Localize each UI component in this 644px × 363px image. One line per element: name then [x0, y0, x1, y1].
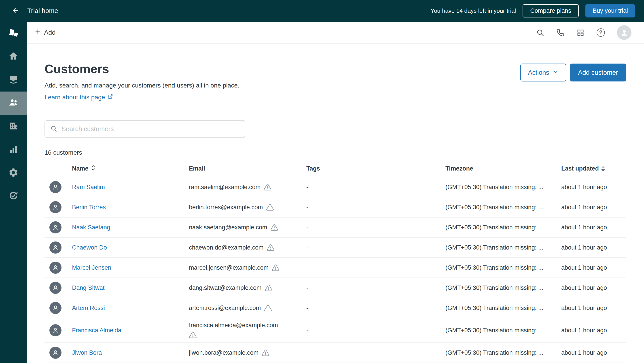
sort-chevrons-icon: [91, 165, 96, 173]
actions-dropdown-button[interactable]: Actions: [520, 64, 566, 82]
customer-count: 16 customers: [44, 149, 626, 156]
name-cell: Berlin Torres: [72, 204, 189, 211]
trial-topbar: Trial home You have14 daysleft in your t…: [0, 0, 644, 22]
customer-avatar-icon: [50, 201, 62, 213]
column-header-email-label: Email: [189, 165, 205, 172]
customer-tags: -: [306, 224, 446, 231]
customer-email: francisca.almeida@example.com: [189, 322, 278, 329]
email-warning-icon[interactable]: [266, 203, 274, 211]
reporting-icon: [8, 144, 18, 155]
customer-last-updated: about 1 hour ago: [561, 204, 626, 211]
email-cell: chaewon.do@example.com: [189, 240, 285, 255]
customer-name-link[interactable]: Ram Saelim: [72, 184, 105, 190]
table-row: Ram Saelim ram.saelim@example.com - (GMT…: [44, 177, 626, 197]
customer-email: jiwon.bora@example.com: [189, 349, 258, 356]
name-cell: Jiwon Bora: [72, 349, 189, 356]
customers-icon: [8, 98, 18, 109]
column-header-timezone-label: Timezone: [446, 165, 473, 172]
sidebar-item-organizations[interactable]: [0, 115, 26, 138]
avatar-cell: [44, 262, 72, 274]
back-button[interactable]: [12, 7, 19, 15]
column-header-timezone: Timezone: [446, 165, 561, 172]
search-input-icon: [50, 125, 58, 133]
email-warning-icon[interactable]: [272, 264, 280, 272]
settings-icon: [8, 167, 18, 179]
email-warning-icon[interactable]: [264, 183, 272, 191]
customer-name-link[interactable]: Jiwon Bora: [72, 349, 102, 356]
name-cell: Marcel Jensen: [72, 264, 189, 271]
buy-trial-button[interactable]: Buy your trial: [586, 4, 635, 18]
customer-name-link[interactable]: Berlin Torres: [72, 204, 106, 211]
search-customers-input[interactable]: [62, 125, 239, 133]
customer-tags: -: [306, 264, 446, 271]
sidebar-item-tickets[interactable]: [0, 68, 26, 92]
table-row: Chaewon Do chaewon.do@example.com - (GMT…: [44, 238, 626, 258]
customer-email: berlin.torres@example.com: [189, 204, 263, 211]
customer-name-link[interactable]: Chaewon Do: [72, 244, 107, 251]
name-cell: Artem Rossi: [72, 305, 189, 311]
email-cell: berlin.torres@example.com: [189, 200, 285, 215]
table-row: Dang Sitwat dang.sitwat@example.com - (G…: [44, 278, 626, 298]
email-cell: naak.saetang@example.com: [189, 220, 285, 235]
avatar-cell: [44, 221, 72, 233]
customer-avatar-icon: [50, 181, 62, 193]
customer-name-link[interactable]: Dang Sitwat: [72, 284, 105, 291]
customer-last-updated: about 1 hour ago: [561, 305, 626, 311]
column-header-tags-label: Tags: [306, 165, 320, 172]
customer-name-link[interactable]: Francisca Almeida: [72, 327, 122, 334]
search-icon[interactable]: [536, 29, 544, 37]
customer-avatar-icon: [50, 324, 62, 336]
customer-name-link[interactable]: Naak Saetang: [72, 224, 110, 231]
apps-grid-icon[interactable]: [576, 29, 584, 37]
customer-timezone: (GMT+05:30) Translation missing: ...: [446, 224, 561, 231]
avatar-cell: [44, 201, 72, 213]
customer-last-updated: about 1 hour ago: [561, 184, 626, 191]
trial-text-suffix: left in your trial: [478, 8, 516, 14]
avatar-cell: [44, 241, 72, 254]
customer-timezone: (GMT+05:30) Translation missing: ...: [446, 305, 561, 311]
customer-timezone: (GMT+05:30) Translation missing: ...: [446, 284, 561, 291]
customer-name-link[interactable]: Marcel Jensen: [72, 264, 111, 271]
add-button[interactable]: Add: [32, 27, 59, 39]
sidebar-item-settings[interactable]: [0, 161, 26, 185]
sidebar-item-reporting[interactable]: [0, 138, 26, 161]
avatar-cell: [44, 282, 72, 294]
customer-email: chaewon.do@example.com: [189, 244, 264, 251]
sidebar-item-customers[interactable]: [0, 92, 26, 115]
customer-last-updated: about 1 hour ago: [561, 244, 626, 251]
customer-last-updated: about 1 hour ago: [561, 224, 626, 231]
email-warning-icon[interactable]: [264, 304, 272, 312]
customer-timezone: (GMT+05:30) Translation missing: ...: [446, 184, 561, 191]
customer-timezone: (GMT+05:30) Translation missing: ...: [446, 244, 561, 251]
trial-text-prefix: You have: [431, 8, 454, 14]
column-header-name[interactable]: Name: [72, 165, 189, 173]
topbar-title: Trial home: [27, 7, 58, 15]
customer-email: dang.sitwat@example.com: [189, 284, 262, 291]
organizations-icon: [8, 121, 18, 132]
add-customer-button[interactable]: Add customer: [570, 64, 626, 82]
customer-name-link[interactable]: Artem Rossi: [72, 305, 105, 311]
trial-days-link[interactable]: 14 days: [456, 8, 476, 14]
sidebar-item-trial-progress[interactable]: [0, 185, 26, 208]
trial-countdown-text: You have14 daysleft in your trial: [431, 8, 516, 14]
name-cell: Dang Sitwat: [72, 284, 189, 291]
email-warning-icon[interactable]: [189, 331, 197, 339]
help-icon[interactable]: ?: [596, 29, 605, 37]
customer-rows: Ram Saelim ram.saelim@example.com - (GMT…: [44, 177, 626, 363]
sidebar-item-home[interactable]: [0, 45, 26, 68]
column-header-last-updated[interactable]: Last updated: [561, 165, 626, 172]
user-avatar[interactable]: [617, 25, 632, 40]
column-header-email: Email: [189, 165, 306, 172]
email-warning-icon[interactable]: [265, 284, 272, 292]
customer-email: naak.saetang@example.com: [189, 224, 267, 231]
email-cell: ram.saelim@example.com: [189, 180, 285, 195]
compare-plans-button[interactable]: Compare plans: [522, 4, 579, 18]
customer-avatar-icon: [50, 302, 62, 314]
learn-about-link[interactable]: Learn about this page: [44, 94, 113, 101]
email-warning-icon[interactable]: [267, 244, 274, 252]
email-warning-icon[interactable]: [270, 224, 278, 231]
actions-label: Actions: [528, 69, 549, 76]
product-sidebar: [0, 22, 26, 363]
email-warning-icon[interactable]: [262, 349, 270, 357]
phone-icon[interactable]: [556, 29, 564, 37]
